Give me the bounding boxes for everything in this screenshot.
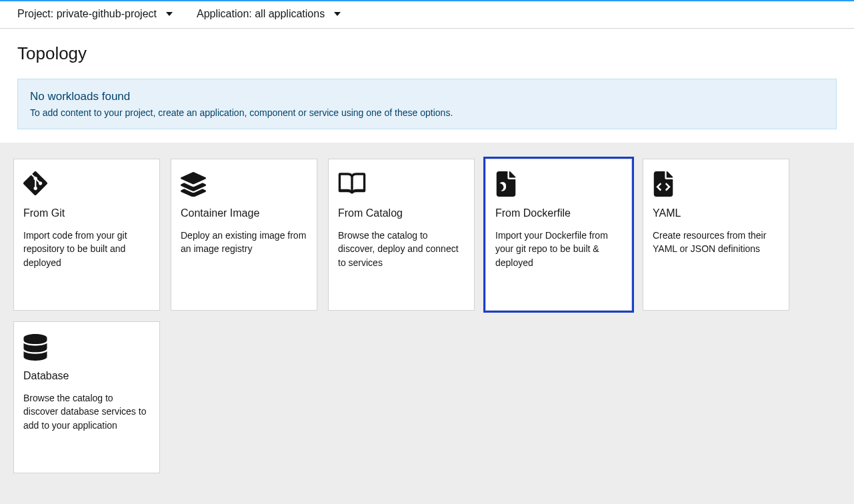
card-yaml[interactable]: YAML Create resources from their YAML or…	[643, 159, 789, 311]
card-from-catalog[interactable]: From Catalog Browse the catalog to disco…	[328, 159, 475, 311]
application-selector[interactable]: Application: all applications	[197, 8, 341, 20]
layers-icon	[181, 171, 307, 199]
card-title: From Dockerfile	[495, 207, 622, 219]
card-title: Database	[23, 370, 150, 382]
card-desc: Browse the catalog to discover database …	[23, 391, 150, 432]
card-title: From Git	[23, 207, 150, 219]
banner-title: No workloads found	[30, 90, 824, 103]
card-from-git[interactable]: From Git Import code from your git repos…	[13, 159, 160, 311]
page-title: Topology	[17, 43, 837, 64]
chevron-down-icon	[166, 12, 173, 16]
card-desc: Import code from your git repository to …	[23, 229, 150, 269]
banner-text: To add content to your project, create a…	[30, 107, 824, 118]
card-database[interactable]: Database Browse the catalog to discover …	[13, 321, 160, 473]
project-label: Project: private-github-project	[17, 8, 157, 20]
card-desc: Deploy an existing image from an image r…	[181, 229, 307, 256]
card-desc: Create resources from their YAML or JSON…	[653, 229, 779, 256]
card-desc: Import your Dockerfile from your git rep…	[495, 229, 622, 269]
chevron-down-icon	[334, 12, 341, 16]
git-icon	[23, 171, 150, 199]
application-label: Application: all applications	[197, 8, 325, 20]
card-desc: Browse the catalog to discover, deploy a…	[338, 229, 465, 269]
page-header: Topology	[0, 29, 854, 79]
card-container-image[interactable]: Container Image Deploy an existing image…	[171, 159, 317, 311]
project-selector[interactable]: Project: private-github-project	[17, 8, 173, 20]
info-banner: No workloads found To add content to you…	[17, 79, 837, 129]
card-from-dockerfile[interactable]: From Dockerfile Import your Dockerfile f…	[485, 159, 632, 311]
card-title: From Catalog	[338, 207, 465, 219]
card-title: YAML	[653, 207, 779, 219]
context-bar: Project: private-github-project Applicat…	[0, 1, 854, 29]
dockerfile-icon	[495, 171, 622, 199]
card-title: Container Image	[181, 207, 307, 219]
card-grid: From Git Import code from your git repos…	[0, 143, 854, 504]
database-icon	[23, 334, 150, 362]
catalog-icon	[338, 171, 465, 199]
code-file-icon	[653, 171, 779, 199]
